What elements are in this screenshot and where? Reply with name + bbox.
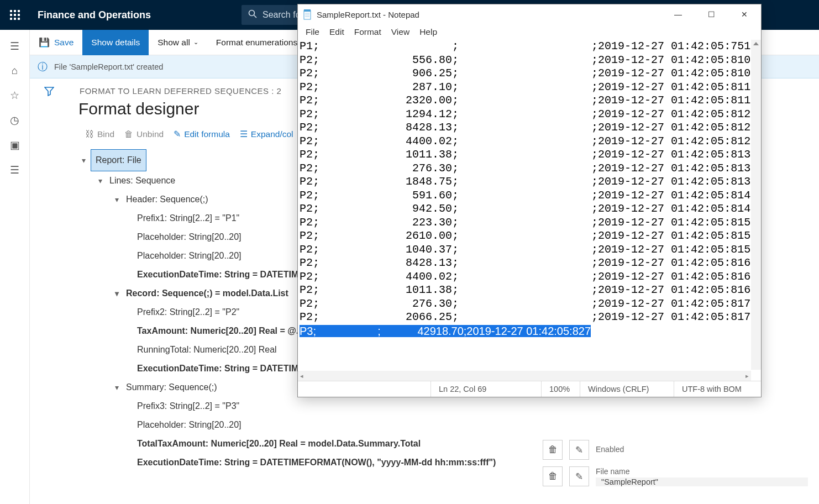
format-enumerations-button[interactable]: Format enumerations	[207, 30, 306, 55]
menu-edit[interactable]: Edit	[326, 26, 348, 38]
menu-file[interactable]: File	[302, 26, 323, 38]
tree-node[interactable]: Placeholder: String[20..20]	[82, 416, 510, 434]
status-encoding: UTF-8 with BOM	[674, 381, 761, 397]
tree-node-label: Prefix1: String[2..2] = "P1"	[137, 209, 239, 228]
delete-button[interactable]: 🗑	[543, 466, 563, 486]
tree-node-label: Summary: Sequence(;)	[126, 378, 217, 397]
svg-rect-12	[304, 9, 311, 12]
tree-node-label: Prefix3: String[2..2] = "P3"	[137, 397, 239, 416]
search-icon	[248, 9, 257, 20]
filename-field[interactable]: "SampleReport"	[596, 477, 808, 486]
properties-panel: 🗑 ✎ Enabled 🗑 ✎ File name "SampleReport"	[543, 440, 808, 493]
edit-button[interactable]: ✎	[569, 466, 589, 486]
link-icon: ⛓	[85, 129, 94, 139]
show-all-button[interactable]: Show all⌄	[149, 30, 207, 55]
tree-node-label: Header: Sequence(;)	[126, 190, 208, 209]
info-text: File 'SampleReport.txt' created	[54, 62, 163, 71]
horizontal-scrollbar[interactable]: ◂▸	[298, 371, 751, 381]
workspace-icon[interactable]: ▣	[10, 139, 20, 151]
breadcrumb: FORMAT TO LEARN DEFERRED SEQUENCES : 2	[80, 86, 281, 96]
menu-help[interactable]: Help	[416, 26, 440, 38]
pencil-icon: ✎	[174, 129, 181, 139]
notepad-window: SampleReport.txt - Notepad — ☐ ✕ File Ed…	[297, 4, 762, 397]
tree-node-label: Record: Sequence(;) = model.Data.List	[126, 284, 288, 303]
chevron-down-icon: ▾	[115, 190, 126, 209]
list-icon[interactable]: ☰	[10, 164, 19, 176]
close-button[interactable]: ✕	[728, 4, 761, 24]
chevron-down-icon: ▾	[115, 378, 126, 397]
svg-rect-6	[10, 18, 12, 20]
edit-formula-button[interactable]: ✎Edit formula	[174, 129, 230, 139]
show-details-button[interactable]: Show details	[82, 30, 149, 55]
expand-collapse-button[interactable]: ☰Expand/col	[240, 129, 293, 139]
tree-node-label: ExecutionDateTime: String = DATETIMEFORM…	[137, 453, 496, 472]
chevron-down-icon: ⌄	[193, 39, 198, 46]
bind-button[interactable]: ⛓Bind	[85, 129, 114, 139]
notepad-body: P1; ; ;2019-12-27 01:42:05:751 P2; 556.8…	[298, 40, 761, 381]
tree-node-label: TotalTaxAmount: Numeric[20..20] Real = m…	[137, 434, 421, 453]
svg-rect-1	[14, 10, 16, 12]
menu-view[interactable]: View	[388, 26, 413, 38]
edit-button[interactable]: ✎	[569, 440, 589, 460]
nav-rail: ☰ ⌂ ☆ ◷ ▣ ☰	[0, 30, 30, 504]
tree-node-label: Placeholder: String[20..20]	[137, 246, 242, 265]
vertical-scrollbar[interactable]	[751, 40, 761, 370]
notepad-menubar: File Edit Format View Help	[298, 24, 761, 40]
notepad-text[interactable]: P1; ; ;2019-12-27 01:42:05:751 P2; 556.8…	[298, 40, 761, 339]
show-all-label: Show all	[158, 38, 190, 48]
save-label: Save	[54, 38, 74, 48]
tree-node[interactable]: ExecutionDateTime: String = DATETIMEFORM…	[82, 453, 510, 472]
tree-node-label: RunningTotal: Numeric[20..20] Real	[137, 340, 277, 359]
info-icon: ⓘ	[38, 60, 48, 74]
app-launcher-icon[interactable]	[0, 10, 30, 20]
minimize-button[interactable]: —	[662, 4, 695, 24]
show-details-label: Show details	[91, 38, 140, 48]
format-enum-label: Format enumerations	[216, 38, 297, 48]
filename-label: File name	[596, 467, 808, 476]
chevron-right-icon: ▸	[746, 372, 749, 380]
status-zoom: 100%	[541, 381, 580, 397]
svg-point-9	[249, 11, 255, 16]
filter-icon[interactable]	[44, 86, 54, 99]
trash-icon: 🗑	[124, 129, 133, 139]
notepad-statusbar: Ln 22, Col 69 100% Windows (CRLF) UTF-8 …	[298, 381, 761, 397]
notepad-title: SampleReport.txt - Notepad	[317, 10, 662, 19]
tree-node-label: ExecutionDateTime: String = DATETIMEFOR	[137, 359, 323, 378]
save-button[interactable]: 💾Save	[30, 30, 82, 55]
tree-node-label: Placeholder: String[20..20]	[137, 416, 242, 434]
page-title: Format designer	[78, 99, 199, 118]
hamburger-icon[interactable]: ☰	[10, 40, 19, 53]
enabled-label: Enabled	[596, 445, 808, 454]
tree-node-label: TaxAmount: Numeric[20..20] Real = @.Valu…	[137, 322, 322, 340]
svg-rect-3	[10, 14, 12, 16]
home-icon[interactable]: ⌂	[12, 65, 18, 77]
svg-rect-2	[18, 10, 20, 12]
filename-property: 🗑 ✎ File name "SampleReport"	[543, 466, 808, 486]
notepad-titlebar[interactable]: SampleReport.txt - Notepad — ☐ ✕	[298, 4, 761, 24]
svg-line-10	[254, 15, 257, 18]
menu-format[interactable]: Format	[351, 26, 385, 38]
clock-icon[interactable]: ◷	[10, 114, 19, 127]
list-icon: ☰	[240, 129, 248, 139]
tree-node-label: Placeholder: String[20..20]	[137, 228, 242, 246]
notepad-icon	[303, 9, 312, 20]
enabled-property: 🗑 ✎ Enabled	[543, 440, 808, 460]
star-icon[interactable]: ☆	[10, 89, 19, 102]
designer-toolbar: ⛓Bind 🗑Unbind ✎Edit formula ☰Expand/col	[85, 129, 293, 139]
chevron-down-icon: ▾	[98, 171, 109, 190]
status-eol: Windows (CRLF)	[580, 381, 674, 397]
svg-rect-4	[14, 14, 16, 16]
tree-node[interactable]: Prefix3: String[2..2] = "P3"	[82, 397, 510, 416]
svg-rect-8	[18, 18, 20, 20]
maximize-button[interactable]: ☐	[695, 4, 728, 24]
delete-button[interactable]: 🗑	[543, 440, 563, 460]
unbind-button[interactable]: 🗑Unbind	[124, 129, 164, 139]
chevron-left-icon: ◂	[300, 372, 303, 380]
svg-rect-5	[18, 14, 20, 16]
svg-rect-7	[14, 18, 16, 20]
app-title: Finance and Operations	[30, 9, 159, 21]
svg-rect-0	[10, 10, 12, 12]
tree-node-label: ExecutionDateTime: String = DATETIMEFOR	[137, 265, 323, 284]
save-icon: 💾	[39, 37, 50, 48]
tree-node[interactable]: TotalTaxAmount: Numeric[20..20] Real = m…	[82, 434, 510, 453]
